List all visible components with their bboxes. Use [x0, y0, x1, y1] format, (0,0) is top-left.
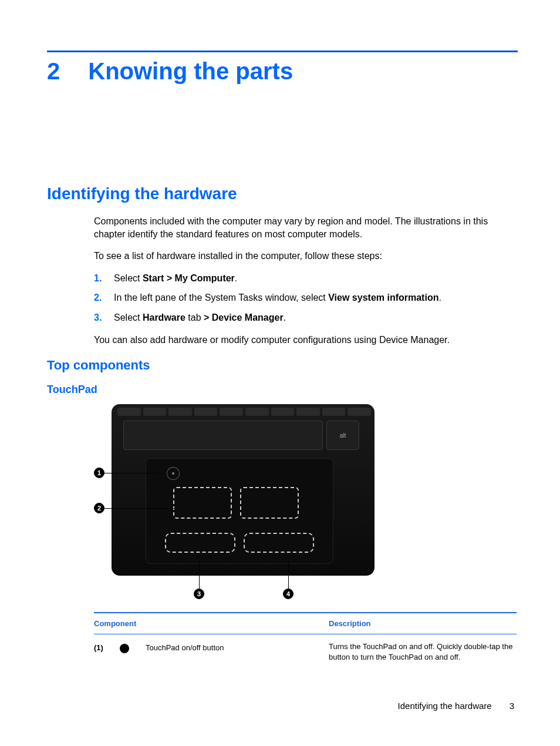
spacebar-key	[123, 421, 323, 450]
chapter-number: 2	[47, 58, 60, 85]
alt-key: alt	[326, 421, 359, 450]
lead-paragraph: To see a list of hardware installed in t…	[94, 250, 518, 263]
keyboard-row	[117, 408, 371, 416]
chapter-heading: 2 Knowing the parts	[47, 58, 518, 85]
touchpad-onoff-icon	[167, 467, 180, 480]
section-top-components: Top components	[47, 358, 518, 373]
footer-section: Identifying the hardware	[398, 701, 492, 711]
table-row: (1) TouchPad on/off button Turns the Tou…	[94, 634, 517, 669]
component-name: TouchPad on/off button	[146, 643, 224, 652]
row-number: (1)	[94, 643, 110, 652]
step-number: 1.	[94, 272, 103, 285]
list-item: 1. Select Start > My Computer.	[94, 272, 518, 285]
callout-3: 3	[194, 589, 204, 599]
touchpad-figure: alt 1 2 3 4	[94, 404, 518, 598]
chapter-rule	[47, 51, 518, 52]
touchpad-button-right	[244, 533, 314, 553]
chapter-title: Knowing the parts	[88, 58, 293, 85]
step-text: In the left pane of the System Tasks win…	[114, 291, 441, 304]
table-header: Component Description	[94, 613, 517, 634]
touchpad-button-left	[165, 533, 235, 553]
callout-1: 1	[94, 468, 104, 478]
callout-3-line	[199, 562, 200, 589]
section-touchpad: TouchPad	[47, 384, 518, 396]
laptop-body: alt	[112, 404, 375, 576]
list-item: 2. In the left pane of the System Tasks …	[94, 291, 518, 304]
touchpad-area	[146, 458, 333, 564]
callout-4-line	[288, 562, 289, 589]
step-text: Select Hardware tab > Device Manager.	[114, 311, 286, 324]
footer-page-number: 3	[510, 701, 514, 711]
touchpad-onoff-icon	[120, 644, 129, 653]
step-text: Select Start > My Computer.	[114, 272, 237, 285]
component-table: Component Description (1) TouchPad on/of…	[94, 612, 517, 669]
callout-1-line	[104, 473, 163, 473]
table-head-description: Description	[329, 619, 517, 628]
callout-4: 4	[283, 589, 294, 599]
callout-2: 2	[94, 503, 104, 513]
touchpad-scrollzone-left	[173, 487, 232, 519]
callout-2-line	[104, 508, 175, 509]
steps-list: 1. Select Start > My Computer. 2. In the…	[94, 272, 518, 324]
page-footer: Identifying the hardware 3	[398, 701, 514, 711]
step-number: 3.	[94, 311, 103, 324]
table-head-component: Component	[94, 619, 329, 628]
section-identifying-heading: Identifying the hardware	[47, 184, 518, 203]
touchpad-scrollzone-right	[240, 487, 299, 519]
list-item: 3. Select Hardware tab > Device Manager.	[94, 311, 518, 324]
intro-paragraph: Components included with the computer ma…	[94, 215, 518, 240]
step-number: 2.	[94, 291, 103, 304]
component-description: Turns the TouchPad on and off. Quickly d…	[329, 641, 517, 662]
note-paragraph: You can also add hardware or modify comp…	[94, 334, 518, 347]
